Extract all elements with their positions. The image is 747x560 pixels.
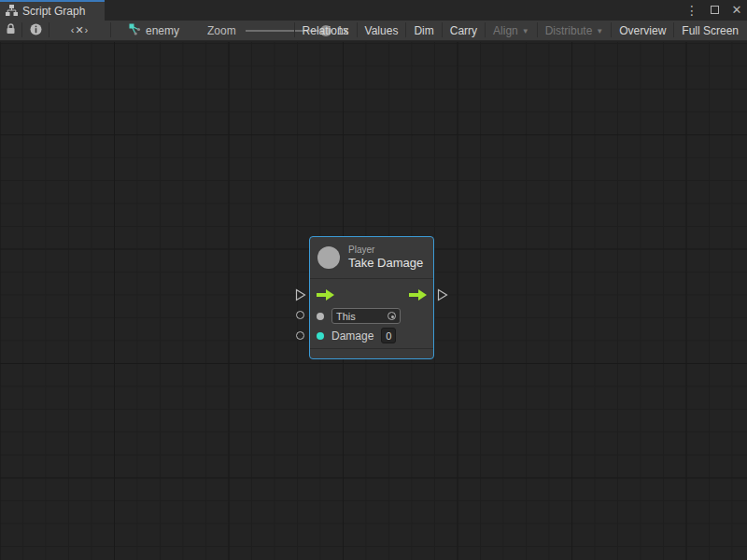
code-ports-button[interactable]: ‹✕› [49,21,110,40]
node-icon [317,246,340,269]
info-icon [30,23,42,38]
damage-port-outer[interactable] [296,331,304,340]
maximize-icon[interactable] [708,2,721,19]
full-screen-button[interactable]: Full Screen [674,21,746,40]
node-subtitle: Player [348,245,423,257]
lock-button[interactable] [0,21,21,40]
tab-script-graph[interactable]: Script Graph [0,0,105,21]
chevron-down-icon: ▼ [596,27,603,35]
distribute-label: Distribute [545,24,593,37]
zoom-label: Zoom [207,24,236,37]
toolbar-right-group: Relations Values Dim Carry Align ▼ Distr… [294,21,746,40]
flow-in-arrow-icon[interactable] [317,289,334,301]
values-button[interactable]: Values [358,21,406,40]
this-object-field[interactable]: This [331,308,401,324]
node-title: Take Damage [348,256,423,271]
graph-asset-icon [129,23,141,38]
close-icon[interactable]: ✕ [730,2,743,19]
this-port-icon[interactable] [317,313,324,320]
chevron-down-icon: ▼ [522,27,529,35]
node-header[interactable]: Player Take Damage [310,237,433,279]
node-body: This Damage 0 [310,279,433,348]
toolbar: ‹✕› enemy Zoom 1x Relat [0,21,747,41]
object-picker-icon[interactable] [388,312,396,320]
this-field-value: This [336,311,356,322]
info-button[interactable] [22,21,49,40]
input-flow-port-outer[interactable] [295,288,306,305]
damage-port-label: Damage [331,329,374,343]
tab-label: Script Graph [22,5,85,18]
relations-button[interactable]: Relations [295,21,357,40]
this-port-outer[interactable] [296,311,304,319]
script-graph-window: Script Graph ⋮ ✕ [0,0,747,560]
code-icon: ‹✕› [71,24,90,36]
tab-bar: Script Graph ⋮ ✕ [0,0,747,21]
window-controls: ⋮ ✕ [685,0,743,21]
align-label: Align [493,24,518,37]
node-footer [310,348,433,358]
lock-icon [6,23,16,37]
breadcrumb-label: enemy [146,24,179,37]
take-damage-node[interactable]: Player Take Damage [309,236,434,359]
graph-canvas[interactable]: Player Take Damage [0,42,747,560]
dim-button[interactable]: Dim [406,21,441,40]
damage-port-icon[interactable] [317,332,324,340]
flow-out-arrow-icon[interactable] [409,289,427,301]
output-flow-port-outer[interactable] [437,288,448,305]
overview-button[interactable]: Overview [612,21,673,40]
align-dropdown[interactable]: Align ▼ [486,21,537,40]
damage-value-input[interactable]: 0 [381,328,396,343]
breadcrumb[interactable]: enemy [129,21,179,40]
carry-button[interactable]: Carry [443,21,485,40]
distribute-dropdown[interactable]: Distribute ▼ [538,21,612,40]
graph-icon [6,3,18,20]
menu-kebab-icon[interactable]: ⋮ [685,2,698,19]
